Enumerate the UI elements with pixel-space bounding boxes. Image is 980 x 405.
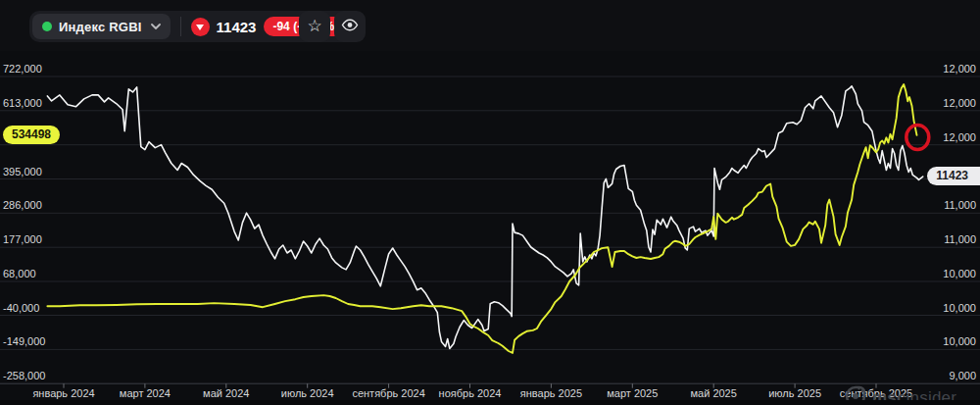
rgbi-index: [47, 86, 922, 349]
left-axis-label: 68,000: [3, 268, 36, 279]
right-axis-label: 10,000: [943, 302, 976, 314]
eye-icon: [341, 19, 359, 34]
divider: [180, 17, 181, 36]
right-axis-label: 10,000: [943, 268, 976, 279]
quote-value: 11423: [217, 19, 257, 35]
price-plot[interactable]: [0, 51, 980, 405]
instrument-selector[interactable]: Индекс RGBI: [32, 14, 171, 39]
chevron-down-icon: [151, 24, 161, 29]
right-axis-label: 11,000: [944, 199, 976, 211]
x-axis-label: март 2025: [588, 387, 676, 399]
left-axis-label: -258,000: [3, 370, 45, 381]
x-axis-label: ноябрь 2024: [426, 387, 514, 399]
star-icon: ☆: [307, 18, 321, 34]
triangle-down-icon: [196, 25, 204, 30]
left-axis-current-value-pill: 534498: [3, 126, 60, 144]
x-axis-label: май 2025: [669, 387, 758, 399]
right-axis-current-value-pill: 11423: [927, 167, 980, 185]
app-root: Индекс RGBI 11423 -94 (-0.82%) ☆ 722,000…: [0, 0, 980, 405]
left-axis-label: 722,000: [3, 63, 42, 75]
toolbar: Индекс RGBI 11423 -94 (-0.82%) ☆: [0, 0, 980, 51]
right-axis-label: 11,000: [944, 233, 976, 245]
favorite-button[interactable]: ☆: [299, 11, 330, 42]
x-axis-label: январь 2024: [20, 387, 108, 399]
right-axis-label: 12,000: [943, 63, 976, 75]
x-axis-label: май 2024: [182, 387, 270, 399]
x-axis-label: сентябрь 2024: [345, 387, 433, 399]
x-axis-label: январь 2025: [507, 387, 595, 399]
left-axis-label: -40,000: [3, 302, 39, 314]
x-axis-label: март 2024: [101, 387, 189, 399]
x-axis-label: июль 2024: [264, 387, 352, 399]
left-axis-label: 395,000: [3, 166, 42, 177]
right-axis-label: 9,000: [949, 370, 976, 381]
left-axis-label: 177,000: [3, 233, 42, 245]
right-axis-label: 10,000: [943, 335, 976, 347]
bottom-strip: [0, 400, 980, 405]
left-axis-label: -149,000: [3, 335, 45, 347]
right-axis-label: 12,000: [943, 131, 976, 143]
price-down-icon: [191, 18, 210, 36]
chart-area[interactable]: 722,000613,000395,000286,000177,00068,00…: [0, 51, 980, 405]
left-axis-label: 613,000: [3, 97, 42, 109]
watch-button[interactable]: [334, 11, 366, 42]
highlight-circle-annotation: [906, 126, 929, 150]
x-axis-label: июль 2025: [751, 387, 839, 399]
instrument-name: Индекс RGBI: [59, 20, 142, 34]
right-axis-label: 12,000: [943, 97, 976, 109]
left-axis-label: 286,000: [3, 199, 42, 211]
instrument-status-dot: [42, 22, 52, 31]
